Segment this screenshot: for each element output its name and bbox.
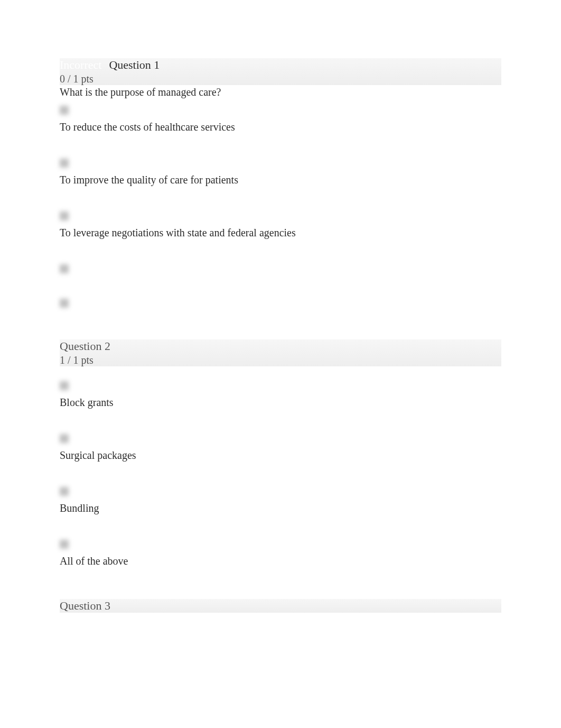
question-prompt: What is the purpose of managed care? xyxy=(60,86,501,98)
answer-option: Surgical packages xyxy=(60,434,501,462)
answer-marker-icon xyxy=(60,434,69,443)
answer-option xyxy=(60,264,501,273)
points-score: 1 / 1 pts xyxy=(60,354,501,366)
answer-text: All of the above xyxy=(60,555,501,567)
answer-text: To improve the quality of care for patie… xyxy=(60,174,501,186)
question-title-row: Question 3 xyxy=(60,599,501,613)
answer-option: All of the above xyxy=(60,540,501,567)
points-score: 0 / 1 pts xyxy=(60,73,501,85)
answer-marker-icon xyxy=(60,106,69,115)
question-block-1: Incorrect Question 1 0 / 1 pts What is t… xyxy=(60,58,501,308)
question-header: Question 2 1 / 1 pts xyxy=(60,339,501,366)
status-label-incorrect: Incorrect xyxy=(60,58,101,72)
answer-marker-icon xyxy=(60,159,69,168)
question-title: Question 3 xyxy=(60,599,110,613)
answer-option xyxy=(60,299,501,308)
question-title: Question 2 xyxy=(60,339,110,353)
answer-text: Bundling xyxy=(60,502,501,514)
answer-option: To reduce the costs of healthcare servic… xyxy=(60,106,501,133)
answer-group: Block grants Surgical packages Bundling … xyxy=(60,381,501,567)
answer-text: To leverage negotiations with state and … xyxy=(60,227,501,239)
answer-option: Bundling xyxy=(60,487,501,514)
answer-marker-icon xyxy=(60,211,69,220)
question-header: Incorrect Question 1 0 / 1 pts xyxy=(60,58,501,85)
question-title-row: Question 2 xyxy=(60,339,501,353)
answer-marker-icon xyxy=(60,540,69,549)
answer-text: To reduce the costs of healthcare servic… xyxy=(60,121,501,133)
question-title-row: Incorrect Question 1 xyxy=(60,58,501,72)
question-block-2: Question 2 1 / 1 pts Block grants Surgic… xyxy=(60,339,501,567)
answer-option: To leverage negotiations with state and … xyxy=(60,211,501,239)
answer-marker-icon xyxy=(60,299,69,308)
question-title: Question 1 xyxy=(109,58,160,72)
question-block-3: Question 3 xyxy=(60,599,501,613)
answer-text: Block grants xyxy=(60,397,501,409)
answer-group: To reduce the costs of healthcare servic… xyxy=(60,106,501,308)
answer-marker-icon xyxy=(60,264,69,273)
answer-marker-icon xyxy=(60,487,69,496)
question-header: Question 3 xyxy=(60,599,501,613)
answer-marker-icon xyxy=(60,381,69,390)
answer-text: Surgical packages xyxy=(60,449,501,462)
answer-option: Block grants xyxy=(60,381,501,409)
answer-option: To improve the quality of care for patie… xyxy=(60,159,501,186)
